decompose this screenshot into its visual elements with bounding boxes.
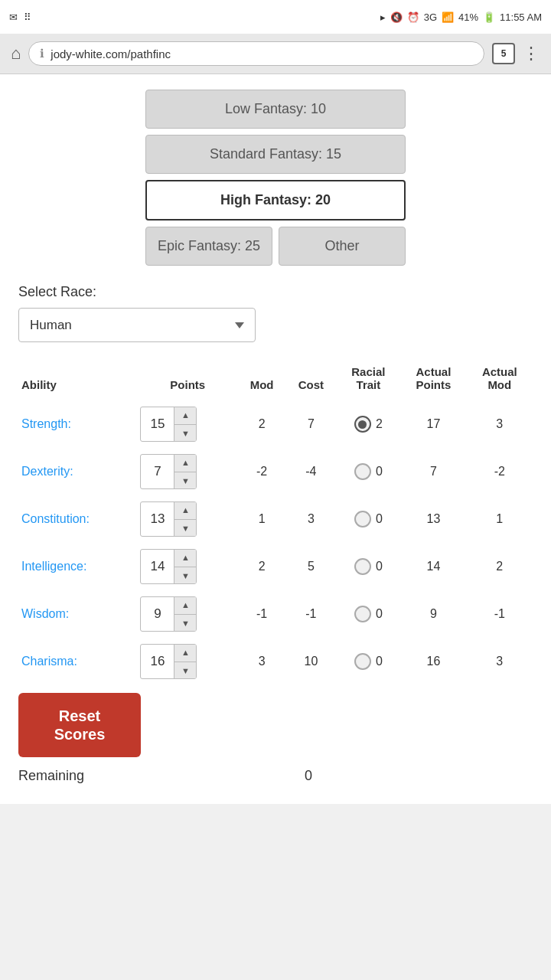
battery-icon: 🔋 xyxy=(483,11,495,23)
racial-radio[interactable] xyxy=(354,653,371,670)
mail-icon: ✉ xyxy=(9,11,18,23)
spinner-up[interactable]: ▲ xyxy=(174,644,196,662)
status-bar: ✉ ⠿ ▸ 🔇 ⏰ 3G 📶 41% 🔋 11:55 AM xyxy=(0,0,551,34)
points-spinner[interactable]: ▲ ▼ xyxy=(140,407,197,442)
reset-line2: Scores xyxy=(54,726,106,743)
time-display: 11:55 AM xyxy=(500,11,542,23)
spinner-down[interactable]: ▼ xyxy=(174,662,196,680)
ability-name: Charisma: xyxy=(18,638,137,685)
fantasy-btn-epic[interactable]: Epic Fantasy: 25 xyxy=(145,227,272,266)
url-text: jody-white.com/pathfinc xyxy=(51,47,473,60)
alarm-icon: ⏰ xyxy=(407,11,419,23)
network-type: 3G xyxy=(424,11,437,23)
racial-radio[interactable] xyxy=(354,463,371,480)
points-cell: ▲ ▼ xyxy=(137,638,238,685)
actual-points-cell: 14 xyxy=(400,543,466,590)
racial-radio[interactable] xyxy=(354,511,371,528)
racial-cell: 0 xyxy=(337,543,401,590)
ability-name: Dexterity: xyxy=(18,448,137,495)
ability-name: Intelligence: xyxy=(18,543,137,590)
points-input[interactable] xyxy=(141,511,174,527)
spinner-down[interactable]: ▼ xyxy=(174,615,196,632)
remaining-value: 0 xyxy=(84,768,533,784)
points-cell: ▲ ▼ xyxy=(137,495,238,543)
points-cell: ▲ ▼ xyxy=(137,448,238,495)
racial-cell: 0 xyxy=(337,638,401,685)
browser-menu-button[interactable]: ⋮ xyxy=(523,44,540,64)
actual-points-cell: 9 xyxy=(400,590,466,638)
racial-radio-wrap: 2 xyxy=(340,416,398,433)
points-input[interactable] xyxy=(141,606,174,622)
url-bar[interactable]: ℹ jody-white.com/pathfinc xyxy=(28,41,484,66)
col-points: Points xyxy=(137,361,238,400)
status-right-info: ▸ 🔇 ⏰ 3G 📶 41% 🔋 11:55 AM xyxy=(380,11,542,23)
spinner-down[interactable]: ▼ xyxy=(174,425,196,443)
racial-cell: 0 xyxy=(337,590,401,638)
race-label: Select Race: xyxy=(18,284,533,300)
battery-text: 41% xyxy=(458,11,478,23)
cost-cell: 3 xyxy=(285,495,336,543)
actual-mod-cell: 3 xyxy=(467,400,533,448)
spinner-up[interactable]: ▲ xyxy=(174,454,196,472)
reset-scores-button[interactable]: Reset Scores xyxy=(18,693,141,757)
ability-name: Wisdom: xyxy=(18,590,137,638)
fantasy-btn-other[interactable]: Other xyxy=(279,227,406,266)
points-spinner[interactable]: ▲ ▼ xyxy=(140,454,197,489)
racial-radio[interactable] xyxy=(354,416,371,433)
points-input[interactable] xyxy=(141,464,174,479)
ability-table: Ability Points Mod Cost RacialTrait Actu… xyxy=(18,361,533,685)
spinner-up[interactable]: ▲ xyxy=(174,407,196,425)
fantasy-btn-high[interactable]: High Fantasy: 20 xyxy=(145,180,406,220)
table-row: Dexterity: ▲ ▼ -2-4 0 7-2 xyxy=(18,448,533,495)
signal-icon: 📶 xyxy=(442,11,454,23)
mod-cell: 1 xyxy=(238,495,285,543)
spinner-buttons: ▲ ▼ xyxy=(174,407,196,442)
table-row: Charisma: ▲ ▼ 310 0 163 xyxy=(18,638,533,685)
racial-value: 0 xyxy=(376,655,383,668)
racial-value: 0 xyxy=(376,607,383,621)
spinner-buttons: ▲ ▼ xyxy=(174,596,196,632)
spinner-up[interactable]: ▲ xyxy=(174,501,196,520)
racial-radio[interactable] xyxy=(354,558,371,575)
col-racial: RacialTrait xyxy=(337,361,401,400)
points-input[interactable] xyxy=(141,654,174,669)
points-input[interactable] xyxy=(141,416,174,432)
racial-radio[interactable] xyxy=(354,606,371,622)
mute-icon: 🔇 xyxy=(390,11,403,23)
racial-radio-wrap: 0 xyxy=(340,558,398,575)
cost-cell: 5 xyxy=(285,543,336,590)
col-ability: Ability xyxy=(18,361,137,400)
spinner-down[interactable]: ▼ xyxy=(174,472,196,490)
table-row: Intelligence: ▲ ▼ 25 0 142 xyxy=(18,543,533,590)
points-spinner[interactable]: ▲ ▼ xyxy=(140,596,197,632)
racial-value: 0 xyxy=(376,512,383,526)
col-mod: Mod xyxy=(238,361,285,400)
table-row: Strength: ▲ ▼ 27 2 173 xyxy=(18,400,533,448)
ability-name: Constitution: xyxy=(18,495,137,543)
home-button[interactable]: ⌂ xyxy=(11,44,21,64)
points-spinner[interactable]: ▲ ▼ xyxy=(140,549,197,584)
fantasy-options: Low Fantasy: 10 Standard Fantasy: 15 Hig… xyxy=(18,90,533,266)
points-input[interactable] xyxy=(141,559,174,574)
grid-icon: ⠿ xyxy=(24,11,31,23)
spinner-down[interactable]: ▼ xyxy=(174,520,196,537)
racial-value: 0 xyxy=(376,465,383,479)
spinner-up[interactable]: ▲ xyxy=(174,596,196,615)
actual-mod-cell: -1 xyxy=(467,590,533,638)
spinner-down[interactable]: ▼ xyxy=(174,567,196,585)
actual-mod-cell: 3 xyxy=(467,638,533,685)
racial-value: 0 xyxy=(376,560,383,573)
spinner-up[interactable]: ▲ xyxy=(174,549,196,567)
bluetooth-icon: ▸ xyxy=(380,11,386,23)
points-spinner[interactable]: ▲ ▼ xyxy=(140,644,197,679)
fantasy-btn-low[interactable]: Low Fantasy: 10 xyxy=(145,90,406,129)
racial-radio-wrap: 0 xyxy=(340,606,398,622)
racial-cell: 0 xyxy=(337,495,401,543)
points-spinner[interactable]: ▲ ▼ xyxy=(140,501,197,537)
fantasy-btn-standard[interactable]: Standard Fantasy: 15 xyxy=(145,135,406,174)
cost-cell: -4 xyxy=(285,448,336,495)
tab-count-button[interactable]: 5 xyxy=(492,43,515,64)
actual-mod-cell: -2 xyxy=(467,448,533,495)
racial-radio-wrap: 0 xyxy=(340,511,398,528)
race-select[interactable]: Human Dwarf Elf Gnome Half-Elf Half-Orc … xyxy=(18,308,256,342)
